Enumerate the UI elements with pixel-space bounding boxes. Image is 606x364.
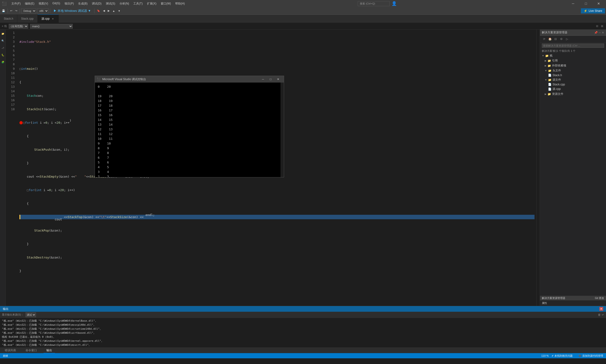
- tree-item-sourcecpp[interactable]: 📄 源.cpp: [540, 87, 606, 91]
- tree-item-refs[interactable]: ▶ 📁 引用: [540, 58, 606, 63]
- console-line-14: 8 9: [98, 146, 278, 151]
- solution-explorer-tab[interactable]: 解决方案资源管理器: [542, 296, 565, 300]
- console-scrollbar[interactable]: [281, 83, 284, 177]
- solution-search-input[interactable]: [542, 43, 604, 48]
- debug-console-content[interactable]: 0 20 19 20 18 19 17 18 16 17 15 16 14 15…: [95, 83, 281, 177]
- output-close-btn[interactable]: ✕: [599, 307, 603, 311]
- toolbar-nav-fwd[interactable]: ▶: [107, 9, 110, 13]
- sol-home-btn[interactable]: 🏠: [548, 37, 552, 41]
- menu-debug[interactable]: 调试(D): [90, 1, 103, 6]
- sol-sync-btn[interactable]: ⟳: [542, 37, 547, 41]
- tree-item-stackcpp[interactable]: 📄 Stack.cpp: [540, 82, 606, 87]
- activity-search-icon[interactable]: 🔍: [1, 39, 5, 43]
- tree-icon-headers: 📁: [548, 69, 552, 72]
- activity-debug-icon[interactable]: 🐛: [1, 53, 5, 57]
- status-ready[interactable]: 就绪: [3, 354, 8, 358]
- menu-git[interactable]: Git(G): [50, 1, 62, 6]
- console-maximize-btn[interactable]: □: [267, 76, 274, 83]
- toolbar-nav-back[interactable]: ◀: [102, 9, 106, 13]
- toolbar-redo-btn[interactable]: ↪: [14, 9, 18, 13]
- output-filter-label: 显示输出来源(S)：: [2, 313, 24, 316]
- status-add-source[interactable]: ➕ 添加到源代码管理: [578, 354, 603, 358]
- output-line-7: "栈.exe" (Win32)：已加载 "C:\Windows\SysWOW64…: [2, 343, 604, 347]
- menu-analyze[interactable]: 分析(N): [118, 1, 131, 6]
- toolbar-undo-btn[interactable]: ↩: [9, 9, 13, 13]
- tree-label-root: 栈: [550, 54, 552, 58]
- sol-preview-btn[interactable]: ▷: [565, 37, 569, 41]
- activity-git-icon[interactable]: ⎇: [1, 46, 5, 50]
- console-line-12: 10 11: [98, 136, 278, 141]
- status-zoom[interactable]: 110 %: [541, 354, 549, 357]
- menu-view[interactable]: 视图(V): [37, 1, 50, 6]
- tab-stackcpp-label: Stack.cpp: [21, 17, 34, 20]
- menu-file[interactable]: 文件(F): [10, 1, 23, 6]
- console-line-1: 0 20: [98, 84, 278, 89]
- menu-tools[interactable]: 工具(T): [131, 1, 144, 6]
- output-filter-dropdown[interactable]: 调试: [26, 312, 36, 317]
- console-line-9: 13 14: [98, 122, 278, 127]
- editor-split-btn[interactable]: ⊟: [595, 24, 599, 28]
- run-button[interactable]: ▶ 本地 Windows 调试器 ▼: [52, 8, 93, 13]
- output-line-5: 线程 0x4340 已退出，返回值为 0 (0x0)。: [2, 335, 604, 339]
- sol-close-icon[interactable]: ✕: [602, 31, 604, 34]
- console-line-blank1: [98, 89, 278, 94]
- bottom-tab-cmd[interactable]: 命令窗口: [23, 348, 40, 353]
- sol-pin-icon[interactable]: 📌: [594, 31, 598, 34]
- function-dropdown[interactable]: main(): [30, 24, 73, 29]
- scope-dropdown[interactable]: (全局范围): [9, 24, 28, 29]
- toolbar-nav-dn[interactable]: ▼: [117, 9, 121, 13]
- output-filter-bar: 显示输出来源(S)： 调试 🗑 ↵: [0, 312, 606, 318]
- activity-explorer-icon[interactable]: 📁: [1, 31, 5, 36]
- git-changes-tab[interactable]: Git 更改: [595, 296, 604, 300]
- toolbar-nav-up[interactable]: ▲: [111, 9, 116, 13]
- console-close-btn[interactable]: ✕: [274, 76, 282, 83]
- menu-test[interactable]: 测试(S): [104, 1, 117, 6]
- liveshare-button[interactable]: ⚡ Live Share: [581, 8, 605, 13]
- tab-main[interactable]: 源.cpp ✕: [38, 14, 59, 23]
- code-line-12: □for (int i = 0; i < 20; i++): [19, 188, 535, 192]
- output-line-6: "栈.exe" (Win32)：已加载 "C:\Windows\SysWOW64…: [2, 339, 604, 343]
- tree-item-extern[interactable]: ▶ 📁 外部依赖项: [540, 63, 606, 68]
- bottom-tab-output[interactable]: 输出: [43, 348, 55, 353]
- output-bottom-tabs: 错误列表 命令窗口 输出: [0, 348, 606, 353]
- tree-item-headers[interactable]: ▼ 📁 头文件: [540, 68, 606, 73]
- tab-stackcpp[interactable]: Stack.cpp: [17, 14, 38, 23]
- console-line-20: 2 3: [98, 174, 278, 177]
- platform-dropdown[interactable]: x86: [37, 8, 49, 13]
- debug-console-titlebar: ⬛ Microsoft Visual Studio 调试控制台 ─ □ ✕: [95, 76, 284, 83]
- console-minimize-btn[interactable]: ─: [259, 76, 267, 83]
- editor-scrollbar[interactable]: [536, 30, 540, 306]
- output-content[interactable]: "栈.exe" (Win32)：已加载 "C:\Windows\SysWOW64…: [0, 318, 606, 348]
- menu-window[interactable]: 窗口(W): [159, 1, 173, 6]
- tree-item-sources[interactable]: ▼ 📁 源文件: [540, 77, 606, 82]
- maximize-button[interactable]: □: [580, 0, 591, 7]
- tree-item-stackh[interactable]: 📄 Stack.h: [540, 73, 606, 77]
- toolbar-bookmark-btn[interactable]: 🔖: [96, 9, 101, 13]
- bottom-tab-errors[interactable]: 错误列表: [2, 348, 19, 353]
- minimize-button[interactable]: ─: [568, 0, 579, 7]
- menu-help[interactable]: 帮助(H): [173, 1, 187, 6]
- tree-label-refs: 引用: [552, 59, 558, 63]
- menu-build[interactable]: 生成(B): [76, 1, 90, 6]
- sol-settings-btn[interactable]: ⚙: [559, 37, 564, 41]
- tree-item-root[interactable]: ▼ 📁 栈: [540, 53, 606, 58]
- output-clear-btn[interactable]: 🗑: [598, 313, 601, 316]
- activity-ext-icon[interactable]: 🧩: [1, 60, 5, 64]
- debug-config-dropdown[interactable]: Debug: [21, 8, 36, 13]
- title-bar-left: ⬛ 文件(F) 编辑(E) 视图(V) Git(G) 项目(P) 生成(B) 调…: [2, 1, 187, 6]
- output-line-1: "栈.exe" (Win32)：已加载 "C:\Windows\SysWOW64…: [2, 319, 604, 323]
- menu-project[interactable]: 项目(P): [63, 1, 76, 6]
- tab-main-close[interactable]: ✕: [51, 17, 55, 20]
- sol-collapse-icon[interactable]: ─: [599, 31, 601, 34]
- status-no-issues[interactable]: ✔ 未找到相关问题: [552, 354, 573, 358]
- sol-filter-btn[interactable]: ⊟: [553, 37, 558, 41]
- menu-extensions[interactable]: 扩展(X): [145, 1, 158, 6]
- editor-expand-btn[interactable]: ⊞: [600, 24, 604, 28]
- toolbar-save-btn[interactable]: 💾: [1, 9, 6, 13]
- debug-console: ⬛ Microsoft Visual Studio 调试控制台 ─ □ ✕ 0 …: [95, 76, 284, 177]
- menu-edit[interactable]: 编辑(E): [23, 1, 36, 6]
- output-wrap-btn[interactable]: ↵: [602, 313, 604, 316]
- tree-item-resources[interactable]: ▶ 📁 资源文件: [540, 91, 606, 96]
- tab-stackh[interactable]: Stack.h: [0, 14, 17, 23]
- close-button[interactable]: ✕: [593, 0, 604, 7]
